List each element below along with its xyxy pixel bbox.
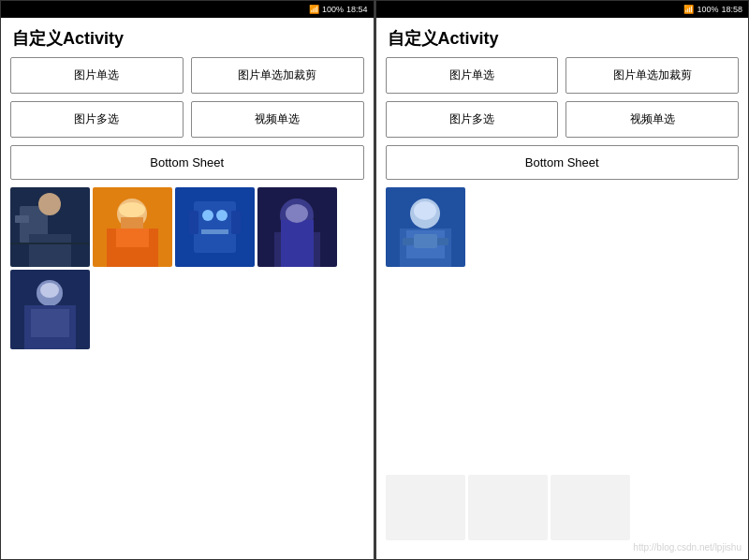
multi-select-btn-2[interactable]: 图片多选 [386,101,559,138]
battery-2: 100% [697,5,718,14]
image-grid-1 [1,187,374,267]
image-3 [175,187,255,267]
image-grid-1b [1,270,374,349]
image-1 [10,187,90,267]
bottom-sheet-btn-1[interactable]: Bottom Sheet [10,145,364,180]
svg-rect-17 [189,211,198,234]
image-2 [93,187,172,267]
image-s2-1 [386,187,465,267]
svg-point-14 [202,210,213,221]
svg-rect-36 [437,238,448,245]
svg-rect-22 [281,220,314,267]
svg-rect-18 [231,211,241,234]
time-1: 18:54 [346,5,368,14]
image-grid-2 [376,187,749,267]
svg-point-2 [38,193,61,215]
svg-rect-4 [15,215,29,223]
svg-rect-9 [116,228,149,247]
single-select-btn-1[interactable]: 图片单选 [10,57,184,94]
svg-rect-3 [29,234,71,267]
signal-icon-1: 📶 [309,5,319,14]
status-bar-2: 📶 100% 18:58 [376,1,749,18]
video-select-btn-1[interactable]: 视频单选 [191,101,364,138]
single-select-btn-2[interactable]: 图片单选 [386,57,559,94]
svg-rect-13 [194,201,236,253]
button-grid-1: 图片单选 图片单选加裁剪 图片多选 视频单选 [1,57,374,145]
svg-point-23 [286,204,308,223]
faded-images [376,475,749,540]
time-2: 18:58 [721,5,742,14]
svg-point-28 [40,283,59,298]
svg-point-33 [414,201,436,220]
image-5 [10,270,90,349]
status-bar-1: 📶 100% 18:54 [1,1,374,18]
single-select-crop-btn-1[interactable]: 图片单选加裁剪 [191,57,364,94]
watermark: http://blog.csdn.net/lpjishu [633,542,742,553]
svg-rect-16 [201,229,228,234]
app-title-1: 自定义Activity [1,18,374,57]
svg-point-10 [119,202,145,217]
screen2: 📶 100% 18:58 自定义Activity 图片单选 图片单选加裁剪 图片… [375,0,750,560]
svg-rect-11 [121,217,143,228]
multi-select-btn-1[interactable]: 图片多选 [10,101,184,138]
single-select-crop-btn-2[interactable]: 图片单选加裁剪 [565,57,739,94]
bottom-sheet-btn-2[interactable]: Bottom Sheet [386,145,740,180]
button-grid-2: 图片单选 图片单选加裁剪 图片多选 视频单选 [376,57,749,145]
svg-rect-34 [414,234,437,248]
app-title-2: 自定义Activity [376,18,749,57]
screen1: 📶 100% 18:54 自定义Activity 图片单选 图片单选加裁剪 图片… [0,0,374,560]
svg-point-15 [216,210,228,221]
video-select-btn-2[interactable]: 视频单选 [565,101,739,138]
image-4 [257,187,337,267]
svg-rect-35 [403,238,414,245]
battery-1: 100% [322,5,344,14]
svg-rect-27 [31,309,69,337]
signal-icon-2: 📶 [683,5,694,14]
